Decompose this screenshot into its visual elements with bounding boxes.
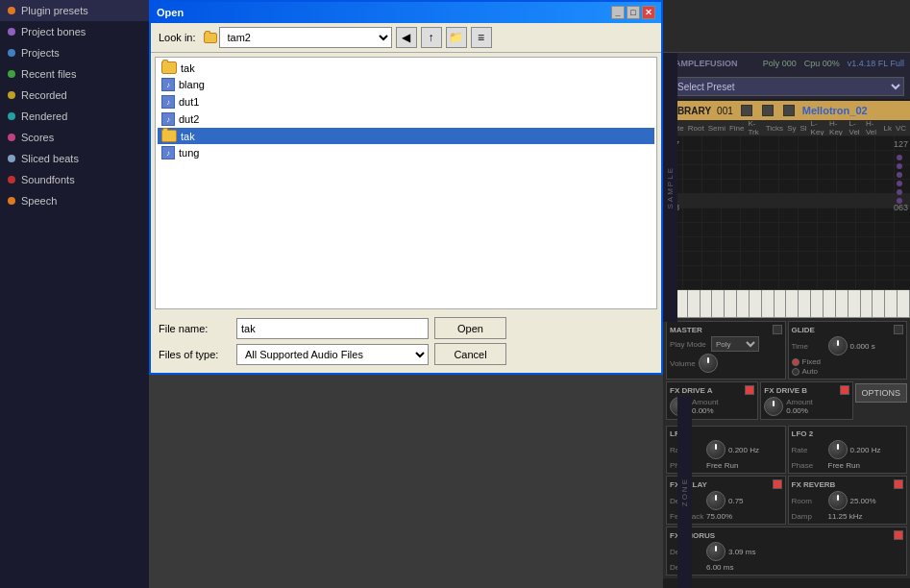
white-key[interactable] — [701, 290, 713, 318]
poly-label: Poly 000 — [763, 59, 797, 68]
fxchorus-delay-knob[interactable] — [706, 542, 726, 561]
white-key[interactable] — [786, 290, 799, 318]
white-key[interactable] — [873, 290, 885, 318]
samplefusion-stats: Poly 000 Cpu 00% v1.4.18 FL Full — [763, 59, 904, 68]
lfo2-header: LFO 2 — [792, 429, 904, 438]
file-item-dut2[interactable]: ♪ dut2 — [158, 110, 654, 128]
file-item-dut1[interactable]: ♪ dut1 — [158, 93, 654, 110]
file-item-blang[interactable]: ♪ blang — [158, 76, 654, 93]
lfo2-rate-row: Rate 0.200 Hz — [792, 440, 904, 459]
param-headers: Mute Root Semi Fine K-Trk Ticks Sy Sl L-… — [663, 120, 910, 135]
scores-dot — [8, 134, 15, 141]
fxreverb-toggle[interactable] — [894, 479, 903, 489]
white-key[interactable] — [898, 290, 910, 318]
sidebar-item-rendered[interactable]: Rendered — [0, 106, 149, 127]
lfo1-rate-knob[interactable] — [706, 440, 726, 459]
fxdelay-value: 0.75 — [728, 497, 744, 505]
fxreverb-room-label: Room — [792, 497, 825, 505]
fxdrivea-toggle[interactable] — [745, 385, 754, 395]
play-mode-select[interactable]: Poly — [711, 336, 759, 352]
look-in-select[interactable]: tam2 — [219, 27, 392, 48]
fxdriveb-header: FX DRIVE B — [764, 385, 849, 395]
sliced-beats-dot — [8, 155, 15, 162]
sidebar-item-scores[interactable]: Scores — [0, 127, 149, 148]
close-button[interactable]: ✕ — [642, 6, 655, 19]
sidebar: Plugin presets Project bones Projects Re… — [0, 0, 149, 588]
white-key[interactable] — [725, 290, 737, 318]
filename-input[interactable] — [236, 318, 429, 339]
lfo2-phase-row: Phase Free Run — [792, 461, 904, 470]
back-button[interactable]: ◀ — [396, 27, 417, 48]
fxdelay-toggle[interactable] — [773, 479, 782, 489]
white-key[interactable] — [737, 290, 750, 318]
sidebar-item-plugin-presets[interactable]: Plugin presets — [0, 0, 149, 21]
white-key[interactable] — [775, 290, 787, 318]
volume-knob[interactable] — [699, 354, 718, 373]
white-key[interactable] — [750, 290, 762, 318]
fxreverb-title: FX REVERB — [792, 480, 836, 489]
white-key[interactable] — [885, 290, 898, 318]
white-key[interactable] — [836, 290, 849, 318]
preset-dropdown[interactable]: Select Preset — [669, 77, 904, 96]
white-key[interactable] — [688, 290, 701, 318]
plugin-panel: SAMPLEFUSION Poly 000 Cpu 00% v1.4.18 FL… — [663, 53, 910, 588]
cancel-button[interactable]: Cancel — [434, 343, 506, 365]
new-folder-button[interactable]: 📁 — [446, 27, 467, 48]
file-item-tak-folder[interactable]: tak — [158, 60, 654, 76]
sidebar-item-recent-files[interactable]: Recent files — [0, 63, 149, 85]
filetype-select[interactable]: All Supported Audio Files — [236, 344, 429, 365]
glide-time-knob[interactable] — [828, 336, 848, 355]
folder-icon-lookin — [204, 33, 217, 43]
white-key[interactable] — [762, 290, 775, 318]
auto-radio-button[interactable] — [792, 368, 799, 376]
fxdelay-knob[interactable] — [706, 491, 726, 510]
minimize-button[interactable]: _ — [611, 6, 625, 19]
fxdriveb-toggle[interactable] — [840, 385, 849, 395]
number-063-right: 063 — [894, 203, 908, 212]
lfo2-title: LFO 2 — [792, 429, 814, 438]
file-name: blang — [179, 79, 205, 90]
white-key[interactable] — [849, 290, 861, 318]
fxdriveb-knob[interactable] — [764, 397, 783, 416]
filename-label: File name: — [159, 323, 231, 334]
lfo1-rate-value: 0.200 Hz — [728, 446, 759, 454]
fxchorus-toggle[interactable] — [894, 530, 903, 540]
white-key[interactable] — [811, 290, 824, 318]
file-item-tak-selected[interactable]: tak — [158, 128, 654, 144]
white-key[interactable] — [861, 290, 873, 318]
glide-time-label: Time — [792, 342, 825, 351]
maximize-button[interactable]: □ — [627, 6, 640, 19]
glide-toggle[interactable] — [894, 325, 903, 334]
fxreverb-damp-label: Damp — [792, 512, 825, 521]
sidebar-item-speech[interactable]: Speech — [0, 190, 149, 211]
sidebar-item-label: Sliced beats — [21, 153, 79, 164]
fxdriveb-amount-label: Amount — [786, 398, 813, 406]
sidebar-item-label: Rendered — [21, 110, 67, 122]
file-item-tung[interactable]: ♪ tung — [158, 144, 654, 161]
fxdrivea-header: FX DRIVE A — [670, 385, 754, 395]
master-toggle[interactable] — [773, 325, 782, 334]
rendered-dot — [8, 112, 15, 120]
fxdriveb-amount-value: 0.00% — [786, 406, 813, 415]
view-button[interactable]: ≡ — [471, 27, 492, 48]
sidebar-item-project-bones[interactable]: Project bones — [0, 21, 149, 42]
file-list[interactable]: tak ♪ blang ♪ dut1 ♪ dut2 — [155, 57, 657, 309]
open-button[interactable]: Open — [434, 317, 506, 339]
options-button[interactable]: OPTIONS — [855, 383, 908, 403]
glide-section: GLIDE Time 0.000 s Fixed Auto — [788, 321, 908, 380]
audio-icon: ♪ — [161, 112, 175, 126]
white-key[interactable] — [712, 290, 725, 318]
audio-icon: ♪ — [161, 95, 175, 109]
sidebar-item-recorded[interactable]: Recorded — [0, 85, 149, 106]
fxreverb-header: FX REVERB — [792, 479, 904, 489]
fxreverb-room-knob[interactable] — [828, 491, 848, 510]
lfo2-rate-knob[interactable] — [828, 440, 848, 459]
sidebar-item-sliced-beats[interactable]: Sliced beats — [0, 148, 149, 169]
glide-title: GLIDE — [792, 326, 815, 334]
white-key[interactable] — [824, 290, 836, 318]
up-folder-button[interactable]: ↑ — [421, 27, 442, 48]
sidebar-item-soundfonts[interactable]: Soundfonts — [0, 169, 149, 190]
fixed-radio-button[interactable] — [792, 358, 799, 366]
sidebar-item-projects[interactable]: Projects — [0, 42, 149, 63]
white-key[interactable] — [799, 290, 811, 318]
